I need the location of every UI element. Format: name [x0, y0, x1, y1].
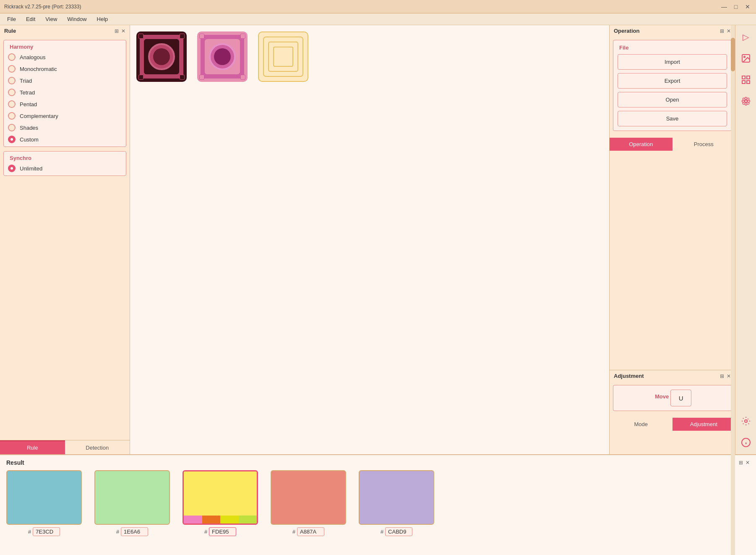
result-panel-pin[interactable]: ⊞: [739, 460, 743, 466]
operation-panel-header: Operation ⊞ ✕: [610, 25, 735, 37]
title-bar: Rickrack v2.7.25-pre (Port: 23333) — □ ✕: [0, 0, 756, 13]
close-button[interactable]: ✕: [743, 3, 752, 11]
hex-input-3[interactable]: [209, 527, 236, 536]
radio-analogous[interactable]: [8, 53, 16, 61]
result-header: Result ⊞ ✕: [6, 459, 750, 466]
u-button[interactable]: U: [670, 390, 691, 406]
rule-panel-header: Rule ⊞ ✕: [0, 25, 130, 37]
export-button[interactable]: Export: [618, 73, 727, 89]
radio-pentad[interactable]: [8, 100, 16, 108]
hex-input-1[interactable]: [33, 527, 60, 536]
op-panel-close[interactable]: ✕: [727, 28, 731, 34]
adjustment-panel: Adjustment ⊞ ✕ Move U Mode Adjustment: [610, 370, 735, 454]
grid-icon[interactable]: [738, 72, 753, 87]
tab-adjustment[interactable]: Adjustment: [673, 418, 735, 431]
option-analogous[interactable]: Analogous: [8, 53, 122, 61]
color-hex-4: #: [292, 527, 324, 536]
open-button[interactable]: Open: [618, 92, 727, 107]
tab-detection[interactable]: Detection: [65, 440, 130, 454]
result-title: Result: [6, 459, 24, 466]
menu-view[interactable]: View: [40, 14, 62, 24]
radio-unlimited[interactable]: [8, 165, 16, 172]
radio-monochromatic[interactable]: [8, 65, 16, 73]
option-monochromatic[interactable]: Monochromatic: [8, 65, 122, 73]
file-section-label: File: [618, 45, 630, 51]
image-icon[interactable]: [738, 51, 753, 66]
tab-mode[interactable]: Mode: [610, 418, 673, 431]
hex-input-2[interactable]: [121, 527, 148, 536]
scrollbar-thumb[interactable]: [731, 38, 735, 71]
result-panel-close[interactable]: ✕: [746, 460, 750, 466]
option-triad[interactable]: Triad: [8, 77, 122, 84]
rule-panel-icons: ⊞ ✕: [115, 28, 125, 34]
synchro-label: Synchro: [8, 155, 33, 161]
svg-point-15: [745, 420, 747, 422]
menu-file[interactable]: File: [2, 14, 21, 24]
op-panel-pin[interactable]: ⊞: [720, 28, 724, 34]
label-pentad: Pentad: [20, 101, 37, 107]
adj-panel-header: Adjustment ⊞ ✕: [610, 370, 735, 382]
label-triad: Triad: [20, 78, 32, 84]
color-swatch-2[interactable]: [94, 470, 170, 525]
radio-custom[interactable]: [8, 136, 16, 143]
rule-panel-pin[interactable]: ⊞: [115, 28, 119, 34]
color-hex-5: #: [381, 527, 412, 536]
svg-rect-3: [747, 76, 750, 79]
swatch-3[interactable]: [258, 31, 308, 82]
menu-help[interactable]: Help: [92, 14, 113, 24]
adj-tab-bar: Mode Adjustment: [610, 418, 735, 431]
adj-panel-pin[interactable]: ⊞: [720, 373, 724, 379]
maximize-button[interactable]: □: [732, 3, 740, 11]
multi-swatch-main: [184, 471, 257, 516]
color-swatch-4[interactable]: [271, 470, 346, 525]
tab-process[interactable]: Process: [673, 138, 735, 151]
label-custom: Custom: [20, 136, 39, 143]
operation-panel-title: Operation: [614, 28, 639, 34]
color-card-2: #: [94, 470, 170, 536]
color-swatch-3[interactable]: [182, 470, 258, 525]
operation-panel: Operation ⊞ ✕ File Import Export Open Sa…: [610, 25, 735, 370]
strip-3: [220, 516, 239, 524]
multi-swatch-strips: [184, 516, 257, 524]
hex-input-5[interactable]: [385, 527, 412, 536]
radio-shades[interactable]: [8, 124, 16, 131]
option-tetrad[interactable]: Tetrad: [8, 89, 122, 96]
radio-tetrad[interactable]: [8, 89, 16, 96]
swatch-1[interactable]: [136, 31, 187, 82]
option-shades[interactable]: Shades: [8, 124, 122, 131]
adj-panel-close[interactable]: ✕: [727, 373, 731, 379]
option-custom[interactable]: Custom: [8, 136, 122, 143]
strip-2: [202, 516, 221, 524]
rule-panel-close[interactable]: ✕: [121, 28, 125, 34]
hex-input-4[interactable]: [297, 527, 324, 536]
app-title: Rickrack v2.7.25-pre (Port: 23333): [4, 4, 81, 10]
main-scrollbar[interactable]: [731, 25, 735, 555]
color-swatch-1[interactable]: [6, 470, 82, 525]
option-complementary[interactable]: Complementary: [8, 112, 122, 120]
triangle-icon[interactable]: ▷: [738, 29, 753, 45]
minimize-button[interactable]: —: [720, 3, 728, 11]
main-layout: Rule ⊞ ✕ Harmony Analogous Monochromatic: [0, 25, 756, 454]
option-unlimited[interactable]: Unlimited: [8, 165, 122, 172]
color-hex-1: #: [28, 527, 60, 536]
info-icon[interactable]: [738, 435, 753, 450]
menu-window[interactable]: Window: [62, 14, 91, 24]
swatch-2[interactable]: [197, 31, 248, 82]
tab-rule[interactable]: Rule: [0, 440, 65, 454]
file-section: File Import Export Open Save: [613, 40, 732, 131]
radio-triad[interactable]: [8, 77, 16, 84]
flower-icon[interactable]: [738, 94, 753, 109]
move-label: Move: [653, 393, 670, 400]
tab-operation[interactable]: Operation: [610, 138, 673, 151]
menu-edit[interactable]: Edit: [21, 14, 40, 24]
gear-icon[interactable]: [738, 414, 753, 429]
color-swatch-5[interactable]: [359, 470, 434, 525]
palette-display: [136, 31, 603, 82]
import-button[interactable]: Import: [618, 54, 727, 70]
adj-panel-title: Adjustment: [614, 373, 644, 379]
option-pentad[interactable]: Pentad: [8, 100, 122, 108]
save-button[interactable]: Save: [618, 111, 727, 126]
color-hex-3: #: [204, 527, 236, 536]
radio-complementary[interactable]: [8, 112, 16, 120]
rule-panel: Rule ⊞ ✕ Harmony Analogous Monochromatic: [0, 25, 130, 454]
